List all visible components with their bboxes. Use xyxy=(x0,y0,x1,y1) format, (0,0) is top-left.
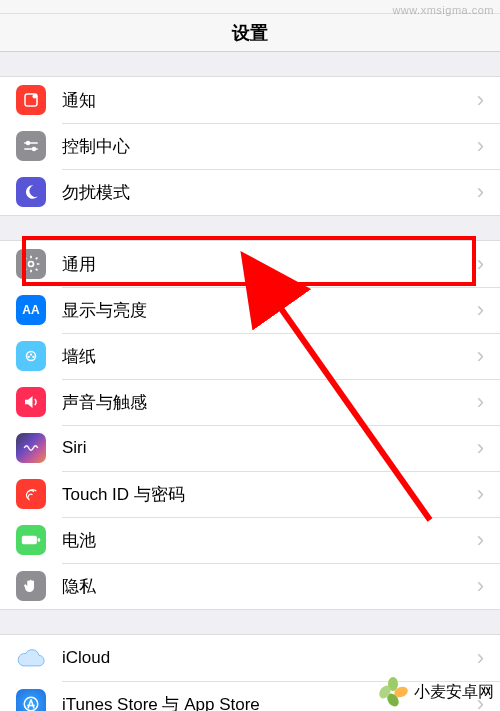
chevron-right-icon: › xyxy=(477,89,484,111)
notification-icon xyxy=(16,85,46,115)
row-label: 显示与亮度 xyxy=(62,299,477,322)
chevron-right-icon: › xyxy=(477,437,484,459)
row-label: 电池 xyxy=(62,529,477,552)
row-label: 墙纸 xyxy=(62,345,477,368)
icon-slot xyxy=(0,387,62,417)
row-label: iCloud xyxy=(62,648,477,668)
speaker-icon xyxy=(16,387,46,417)
row-label: Touch ID 与密码 xyxy=(62,483,477,506)
svg-point-7 xyxy=(27,352,36,361)
row-wallpaper[interactable]: 墙纸 › xyxy=(0,333,500,379)
chevron-right-icon: › xyxy=(477,391,484,413)
row-label: 勿扰模式 xyxy=(62,181,477,204)
watermark-top: www.xmsigma.com xyxy=(392,4,494,16)
fingerprint-icon xyxy=(16,479,46,509)
icon-slot xyxy=(0,571,62,601)
chevron-right-icon: › xyxy=(477,135,484,157)
row-battery[interactable]: 电池 › xyxy=(0,517,500,563)
row-control-center[interactable]: 控制中心 › xyxy=(0,123,500,169)
svg-point-10 xyxy=(32,356,34,358)
icon-slot xyxy=(0,643,62,673)
row-label: 控制中心 xyxy=(62,135,477,158)
watermark-logo-icon xyxy=(378,677,408,707)
chevron-right-icon: › xyxy=(477,483,484,505)
watermark-text: 小麦安卓网 xyxy=(414,682,494,703)
settings-group-2: 通用 › AA 显示与亮度 › 墙纸 › 声音 xyxy=(0,240,500,610)
hand-icon xyxy=(16,571,46,601)
chevron-right-icon: › xyxy=(477,647,484,669)
icon-slot xyxy=(0,341,62,371)
row-sound[interactable]: 声音与触感 › xyxy=(0,379,500,425)
row-dnd[interactable]: 勿扰模式 › xyxy=(0,169,500,215)
row-label: 通用 xyxy=(62,253,477,276)
svg-point-13 xyxy=(24,697,38,711)
svg-rect-12 xyxy=(38,538,41,541)
group-gap xyxy=(0,216,500,240)
appstore-icon xyxy=(16,689,46,711)
icon-slot: AA xyxy=(0,295,62,325)
icon-slot xyxy=(0,433,62,463)
chevron-right-icon: › xyxy=(477,253,484,275)
settings-screen: 设置 通知 › 控制中心 › xyxy=(0,0,500,711)
svg-point-8 xyxy=(30,353,32,355)
row-label: Siri xyxy=(62,438,477,458)
group-gap xyxy=(0,52,500,76)
row-label: 通知 xyxy=(62,89,477,112)
icon-slot xyxy=(0,525,62,555)
cloud-icon xyxy=(16,643,46,673)
row-label: 声音与触感 xyxy=(62,391,477,414)
icon-slot xyxy=(0,131,62,161)
row-notifications[interactable]: 通知 › xyxy=(0,77,500,123)
row-icloud[interactable]: iCloud › xyxy=(0,635,500,681)
icon-slot xyxy=(0,85,62,115)
svg-point-9 xyxy=(28,356,30,358)
row-display[interactable]: AA 显示与亮度 › xyxy=(0,287,500,333)
battery-icon xyxy=(16,525,46,555)
svg-rect-11 xyxy=(22,536,37,544)
row-label: 隐私 xyxy=(62,575,477,598)
icon-slot xyxy=(0,249,62,279)
icon-slot xyxy=(0,479,62,509)
page-title: 设置 xyxy=(232,21,268,45)
wallpaper-icon xyxy=(16,341,46,371)
text-size-icon: AA xyxy=(16,295,46,325)
icon-slot xyxy=(0,177,62,207)
row-siri[interactable]: Siri › xyxy=(0,425,500,471)
chevron-right-icon: › xyxy=(477,529,484,551)
chevron-right-icon: › xyxy=(477,299,484,321)
row-general[interactable]: 通用 › xyxy=(0,241,500,287)
chevron-right-icon: › xyxy=(477,181,484,203)
row-touchid[interactable]: Touch ID 与密码 › xyxy=(0,471,500,517)
watermark-bottom: 小麦安卓网 xyxy=(378,677,494,707)
control-center-icon xyxy=(16,131,46,161)
group-gap xyxy=(0,610,500,634)
siri-icon xyxy=(16,433,46,463)
svg-point-6 xyxy=(29,262,34,267)
svg-point-1 xyxy=(33,94,38,99)
icon-slot xyxy=(0,689,62,711)
settings-group-1: 通知 › 控制中心 › 勿扰模式 › xyxy=(0,76,500,216)
gear-icon xyxy=(16,249,46,279)
chevron-right-icon: › xyxy=(477,345,484,367)
row-privacy[interactable]: 隐私 › xyxy=(0,563,500,609)
page-header: 设置 xyxy=(0,14,500,52)
chevron-right-icon: › xyxy=(477,575,484,597)
moon-icon xyxy=(16,177,46,207)
